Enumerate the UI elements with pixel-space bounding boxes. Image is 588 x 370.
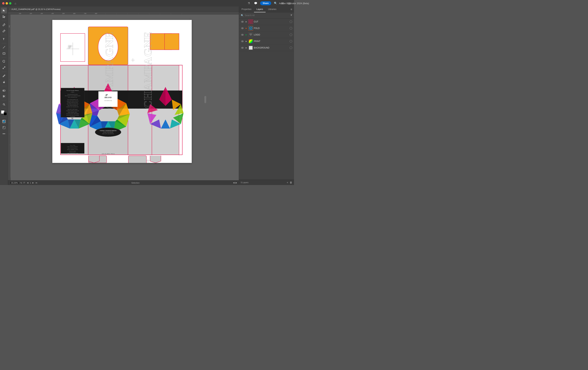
share-button[interactable]: Share: [260, 1, 271, 5]
more-tools[interactable]: •••: [1, 131, 7, 137]
layer-target-fold[interactable]: [290, 27, 292, 30]
tab-title: KURZ_CHAMPAGNE.pdf* @ 33,33 % (CMYK/Prev…: [11, 8, 61, 10]
svg-text:This is made possible for very: This is made possible for very: [67, 99, 78, 100]
svg-text:years. Make your products even: years. Make your products even: [67, 104, 78, 105]
tool-separator-1: [2, 21, 6, 21]
stroke-color[interactable]: [4, 112, 7, 116]
layer-expand-logo[interactable]: ▶: [245, 33, 248, 36]
eraser-tool[interactable]: [1, 87, 7, 93]
nav-arrow-left[interactable]: ◀: [233, 181, 234, 184]
lab-icon[interactable]: ⚗: [246, 1, 252, 6]
prev-page-button[interactable]: ◀: [27, 182, 29, 184]
draw-mode[interactable]: [1, 118, 7, 124]
svg-text:more unique with labels and: more unique with labels and: [67, 105, 78, 106]
layer-visibility-print[interactable]: [241, 40, 244, 43]
svg-rect-59: [61, 33, 85, 62]
tab-layers[interactable]: Layers: [254, 7, 266, 12]
layer-thumb-fold: [248, 26, 253, 31]
chat-icon[interactable]: 💬: [253, 1, 258, 6]
layer-expand-print[interactable]: ▶: [245, 40, 248, 43]
svg-line-13: [4, 105, 5, 106]
layer-visibility-cut[interactable]: [241, 20, 244, 23]
svg-text:NEW LIGHT LINE DESIGNS: NEW LIGHT LINE DESIGNS: [102, 133, 114, 134]
rectangle-tool[interactable]: [1, 51, 7, 56]
pen-tool[interactable]: [1, 22, 7, 28]
svg-text:special color mixtures, which : special color mixtures, which we: [67, 101, 78, 102]
home-icon[interactable]: ⌂: [13, 1, 18, 6]
layer-item-background[interactable]: ▶ BACKGROUND: [239, 44, 294, 51]
svg-point-196: [242, 34, 243, 35]
search-icon[interactable]: 🔍: [273, 1, 278, 6]
layer-expand-cut[interactable]: ▶: [245, 20, 248, 23]
svg-text:THERMAL TRANSFER RIBBONS: THERMAL TRANSFER RIBBONS: [100, 130, 116, 131]
layer-item-cut[interactable]: ▶ CUT: [239, 19, 294, 25]
tab-libraries[interactable]: Libraries: [266, 7, 279, 12]
svg-text:100: 100: [9, 25, 10, 28]
svg-text:unique holographic effects.: unique holographic effects.: [68, 112, 77, 113]
tab-properties[interactable]: Properties: [239, 7, 254, 12]
next-page-button[interactable]: ▶: [32, 182, 34, 184]
svg-text:can keep constant over many: can keep constant over many: [67, 102, 78, 103]
layer-visibility-logo[interactable]: [241, 33, 244, 36]
layer-item-print[interactable]: ▶ PRINT: [239, 38, 294, 44]
svg-point-8: [3, 95, 4, 96]
search-row: 🔍 ⧩: [239, 12, 294, 19]
svg-text:800: 800: [95, 13, 97, 14]
svg-text:Backcoat: STANDARD +0.0254%: Backcoat: STANDARD +0.0254%: [67, 149, 78, 150]
selection-tool[interactable]: [1, 8, 7, 13]
screen-mode[interactable]: [1, 125, 7, 130]
svg-text:on packaging.: on packaging.: [70, 116, 75, 117]
svg-text:colors, exclusively for you.: colors, exclusively for you.: [68, 97, 77, 98]
svg-text:T: T: [3, 38, 5, 41]
layer-item-fold[interactable]: ▶ FOLD: [239, 25, 294, 32]
status-bar: 33,33% % 0° ◀ 1 ▶ ⏭ Selection ◀ ▶: [8, 180, 239, 185]
svg-rect-142: [98, 91, 117, 107]
zoom-input[interactable]: 33,33%: [10, 181, 19, 184]
scissors-tool[interactable]: [1, 93, 7, 99]
maximize-button[interactable]: [9, 2, 11, 5]
layer-target-cut[interactable]: [290, 21, 292, 23]
panel-menu-button[interactable]: ≡: [289, 7, 294, 12]
layers-count-label: 5 Layers: [241, 181, 285, 184]
svg-point-0: [4, 23, 5, 24]
color-swatches[interactable]: [1, 110, 7, 116]
layer-expand-fold[interactable]: ▶: [245, 27, 248, 30]
svg-text:100: 100: [19, 13, 21, 14]
svg-point-12: [3, 104, 5, 105]
layer-thumb-cut: [248, 19, 253, 24]
layer-target-background[interactable]: [290, 46, 292, 49]
svg-rect-148: [105, 95, 106, 96]
zoom-tool[interactable]: [1, 102, 7, 107]
layer-expand-background[interactable]: ▶: [245, 46, 248, 49]
rotate-tool[interactable]: [1, 59, 7, 64]
layer-target-logo[interactable]: [290, 33, 292, 36]
last-page-button[interactable]: ⏭: [35, 182, 38, 184]
layer-visibility-background[interactable]: [241, 46, 244, 49]
layer-target-print[interactable]: [290, 40, 292, 42]
svg-text:600: 600: [73, 13, 75, 14]
nav-arrow-right[interactable]: ▶: [236, 181, 237, 184]
delete-layer-button[interactable]: 🗑: [290, 181, 292, 184]
status-tool-label: Selection: [39, 182, 232, 184]
scale-tool[interactable]: [1, 65, 7, 71]
type-tool[interactable]: T: [1, 36, 7, 42]
blob-brush-tool[interactable]: [1, 79, 7, 85]
layer-name-fold: FOLD: [254, 27, 289, 30]
minimize-button[interactable]: [6, 2, 8, 5]
zoom-unit-label: %: [20, 182, 22, 184]
layer-visibility-fold[interactable]: [241, 27, 244, 30]
add-anchor-tool[interactable]: +: [1, 28, 7, 34]
add-layer-button[interactable]: +: [287, 181, 288, 184]
filter-icon[interactable]: ⧩: [290, 14, 292, 17]
line-tool[interactable]: [1, 44, 7, 50]
layers-search-input[interactable]: [245, 14, 289, 17]
close-button[interactable]: [2, 2, 5, 5]
canvas-wrapper[interactable]: CHAMPAGNE CHAMPAGNE CHAMPAGNE BRAND CHAM…: [10, 14, 239, 180]
horizontal-ruler: 100 200 300 400 500 600 700 800: [8, 12, 239, 14]
layer-item-logo[interactable]: ▶ LOGO: [239, 32, 294, 38]
svg-point-9: [3, 96, 4, 97]
pencil-tool[interactable]: [1, 73, 7, 79]
tab-close-button[interactable]: ×: [10, 8, 10, 10]
svg-rect-4: [3, 53, 5, 54]
direct-selection-tool[interactable]: [1, 14, 7, 20]
